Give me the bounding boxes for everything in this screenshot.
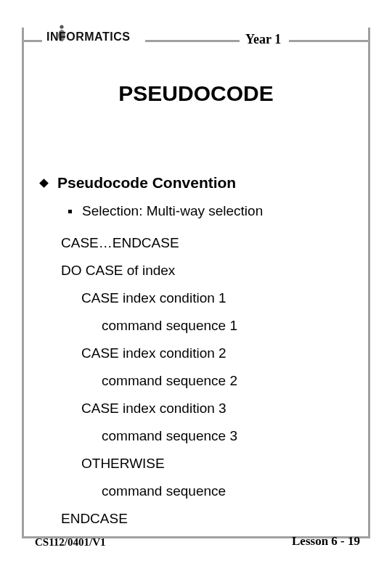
section-heading: Pseudocode Convention <box>57 174 236 192</box>
year-label: Year 1 <box>245 32 281 47</box>
code-line: OTHERWISE <box>81 450 360 477</box>
subsection-row: Selection: Multi-way selection <box>68 203 360 219</box>
code-line: CASE index condition 1 <box>81 284 360 312</box>
code-line: command sequence 2 <box>102 367 360 395</box>
code-line: command sequence 3 <box>102 422 360 450</box>
section-heading-row: Pseudocode Convention <box>41 174 360 192</box>
rule-segment <box>22 40 42 42</box>
subsection-text: Selection: Multi-way selection <box>82 203 263 219</box>
code-line: CASE index condition 2 <box>81 340 360 367</box>
code-line: CASE…ENDCASE <box>61 229 360 257</box>
diamond-bullet-icon <box>39 179 49 188</box>
rule-segment <box>145 40 240 42</box>
brand-label: INFORMATICS <box>46 30 130 44</box>
square-bullet-icon <box>68 210 72 213</box>
pseudocode-block: CASE…ENDCASE DO CASE of index CASE index… <box>61 229 360 533</box>
rule-segment <box>289 40 370 42</box>
svg-point-0 <box>60 25 63 28</box>
code-line: command sequence 1 <box>102 312 360 340</box>
slide-content: Pseudocode Convention Selection: Multi-w… <box>41 174 360 533</box>
code-line: command sequence <box>102 477 360 505</box>
code-line: DO CASE of index <box>61 257 360 284</box>
course-code: CS112/0401/V1 <box>35 536 106 549</box>
code-line: CASE index condition 3 <box>81 395 360 422</box>
lesson-number: Lesson 6 - 19 <box>292 534 360 549</box>
slide-title: PSEUDOCODE <box>0 81 392 106</box>
code-line: ENDCASE <box>61 505 360 533</box>
